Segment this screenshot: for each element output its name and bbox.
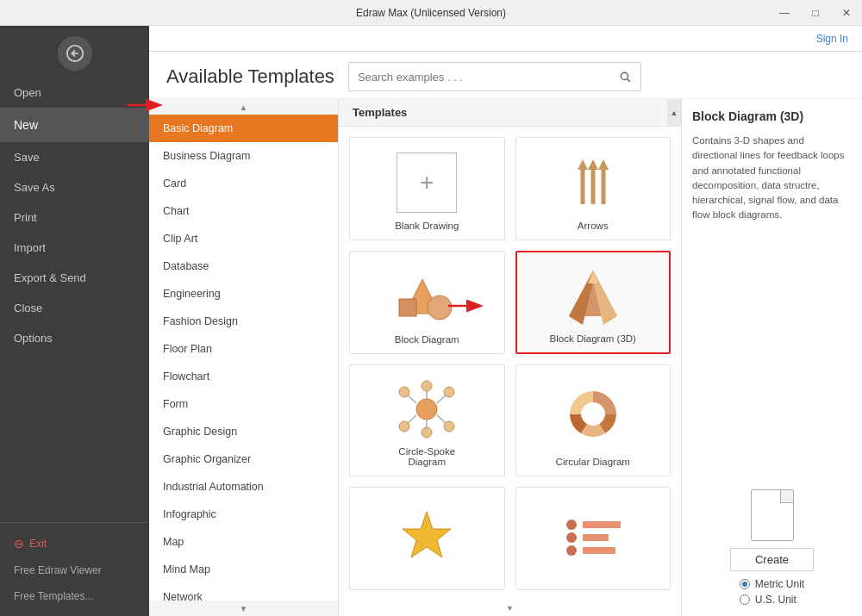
svg-point-2 bbox=[621, 72, 628, 79]
svg-rect-34 bbox=[583, 521, 621, 528]
category-label: Fashion Design bbox=[163, 315, 238, 327]
category-item-map[interactable]: Map bbox=[149, 528, 338, 556]
category-item-graphic-design[interactable]: Graphic Design bbox=[149, 418, 338, 445]
metric-label: Metric Unit bbox=[755, 578, 804, 590]
svg-point-25 bbox=[422, 427, 432, 438]
main-split: ▲ Basic Diagram Business Diagram Card Ch… bbox=[149, 99, 862, 616]
template-block-3d[interactable]: Block Diagram (3D) bbox=[515, 251, 671, 354]
back-button[interactable] bbox=[58, 36, 92, 71]
us-unit-option[interactable]: U.S. Unit bbox=[740, 594, 804, 606]
category-item-clipart[interactable]: Clip Art bbox=[149, 225, 338, 252]
svg-marker-16 bbox=[588, 271, 598, 283]
category-item-card[interactable]: Card bbox=[149, 170, 338, 197]
create-button[interactable]: Create bbox=[730, 548, 814, 571]
sidebar-item-save-as[interactable]: Save As bbox=[0, 172, 149, 202]
templates-scroll-down[interactable]: ▼ bbox=[506, 604, 514, 613]
block-diagram-icon bbox=[392, 265, 461, 327]
sidebar-item-exit[interactable]: ⊖ Exit bbox=[0, 530, 149, 557]
us-radio[interactable] bbox=[740, 594, 750, 605]
search-button[interactable] bbox=[609, 63, 640, 90]
circular-diagram-icon bbox=[559, 379, 628, 450]
sidebar-item-new[interactable]: New bbox=[0, 108, 149, 142]
sidebar-item-open[interactable]: Open bbox=[0, 78, 149, 108]
close-button[interactable]: ✕ bbox=[831, 0, 862, 26]
category-scroll-down[interactable]: ▼ bbox=[149, 600, 338, 616]
category-item-flowchart[interactable]: Flowchart bbox=[149, 363, 338, 390]
category-label: Business Diagram bbox=[163, 150, 250, 162]
metric-unit-option[interactable]: Metric Unit bbox=[740, 578, 804, 590]
signin-link[interactable]: Sign In bbox=[816, 33, 848, 45]
templates-scroll-down-area: ▼ bbox=[339, 600, 681, 616]
category-item-form[interactable]: Form bbox=[149, 390, 338, 418]
svg-rect-36 bbox=[583, 547, 615, 554]
svg-point-19 bbox=[422, 381, 432, 391]
category-label: Database bbox=[163, 260, 209, 272]
svg-marker-5 bbox=[578, 159, 588, 170]
category-label: Card bbox=[163, 177, 186, 190]
category-item-fashion[interactable]: Fashion Design bbox=[149, 308, 338, 335]
templates-panel: Templates ▲ + Blank Drawing bbox=[339, 99, 681, 616]
template-blank[interactable]: + Blank Drawing bbox=[349, 137, 505, 240]
template-circular[interactable]: Circular Diagram bbox=[515, 364, 671, 476]
save-as-label: Save As bbox=[14, 181, 55, 194]
search-input[interactable] bbox=[349, 65, 609, 89]
metric-radio[interactable] bbox=[740, 579, 750, 589]
blank-drawing-label: Blank Drawing bbox=[395, 221, 459, 231]
category-label: Industrial Automation bbox=[163, 481, 264, 493]
category-label: Floor Plan bbox=[163, 343, 212, 355]
exit-label: Exit bbox=[29, 538, 47, 550]
templates-grid: + Blank Drawing bbox=[339, 127, 681, 600]
templates-header: Templates ▲ bbox=[339, 99, 681, 127]
template-block-diagram[interactable]: Block Diagram bbox=[349, 251, 505, 354]
sidebar-item-close[interactable]: Close bbox=[0, 293, 149, 323]
save-label: Save bbox=[14, 151, 40, 164]
right-panel-desc: Contains 3-D shapes and directional line… bbox=[692, 134, 852, 223]
category-label: Infographic bbox=[163, 508, 216, 520]
category-item-chart[interactable]: Chart bbox=[149, 197, 338, 225]
sidebar-item-free-viewer[interactable]: Free Edraw Viewer bbox=[0, 557, 149, 583]
export-label: Export & Send bbox=[14, 271, 86, 284]
right-panel-title: Block Diagram (3D) bbox=[692, 109, 852, 123]
category-item-engineering[interactable]: Engineering bbox=[149, 280, 338, 308]
category-label: Clip Art bbox=[163, 233, 197, 245]
sidebar-item-export[interactable]: Export & Send bbox=[0, 263, 149, 293]
sidebar-item-save[interactable]: Save bbox=[0, 142, 149, 172]
templates-scroll-up[interactable]: ▲ bbox=[667, 99, 681, 126]
circular-diagram-label: Circular Diagram bbox=[556, 457, 630, 467]
window-controls: — □ ✕ bbox=[769, 0, 862, 26]
free-viewer-label: Free Edraw Viewer bbox=[14, 564, 102, 576]
category-item-database[interactable]: Database bbox=[149, 252, 338, 280]
search-box bbox=[348, 62, 641, 91]
category-item-graphic-organizer[interactable]: Graphic Organizer bbox=[149, 445, 338, 473]
maximize-button[interactable]: □ bbox=[800, 0, 831, 26]
category-item-business[interactable]: Business Diagram bbox=[149, 142, 338, 170]
category-item-basic[interactable]: Basic Diagram bbox=[149, 115, 338, 142]
titlebar: Edraw Max (Unlicensed Version) — □ ✕ bbox=[0, 0, 862, 26]
svg-point-21 bbox=[444, 387, 454, 397]
category-label: Chart bbox=[163, 205, 190, 217]
category-item-industrial[interactable]: Industrial Automation bbox=[149, 473, 338, 501]
template-circle-spoke[interactable]: Circle-SpokeDiagram bbox=[349, 364, 505, 476]
sidebar-item-print[interactable]: Print bbox=[0, 202, 149, 233]
svg-point-23 bbox=[444, 421, 454, 432]
minimize-button[interactable]: — bbox=[769, 0, 800, 26]
svg-point-12 bbox=[428, 296, 452, 320]
category-item-infographic[interactable]: Infographic bbox=[149, 501, 338, 528]
templates-header-label: Templates bbox=[353, 106, 407, 119]
block-3d-icon bbox=[559, 266, 628, 327]
sidebar-item-import[interactable]: Import bbox=[0, 233, 149, 263]
sidebar-item-options[interactable]: Options bbox=[0, 323, 149, 353]
svg-rect-35 bbox=[583, 534, 609, 541]
category-item-mindmap[interactable]: Mind Map bbox=[149, 556, 338, 583]
options-label: Options bbox=[14, 332, 53, 345]
template-star[interactable] bbox=[349, 487, 505, 590]
template-bars[interactable] bbox=[515, 487, 671, 590]
category-item-floorplan[interactable]: Floor Plan bbox=[149, 335, 338, 363]
category-scroll-up[interactable]: ▲ bbox=[149, 99, 338, 115]
new-label: New bbox=[14, 118, 38, 132]
svg-marker-30 bbox=[403, 512, 451, 557]
template-arrows[interactable]: Arrows bbox=[515, 137, 671, 240]
svg-marker-9 bbox=[598, 159, 609, 170]
content-area: Sign In Available Templates ▲ bbox=[149, 26, 862, 616]
sidebar-item-free-templates[interactable]: Free Templates... bbox=[0, 583, 149, 609]
